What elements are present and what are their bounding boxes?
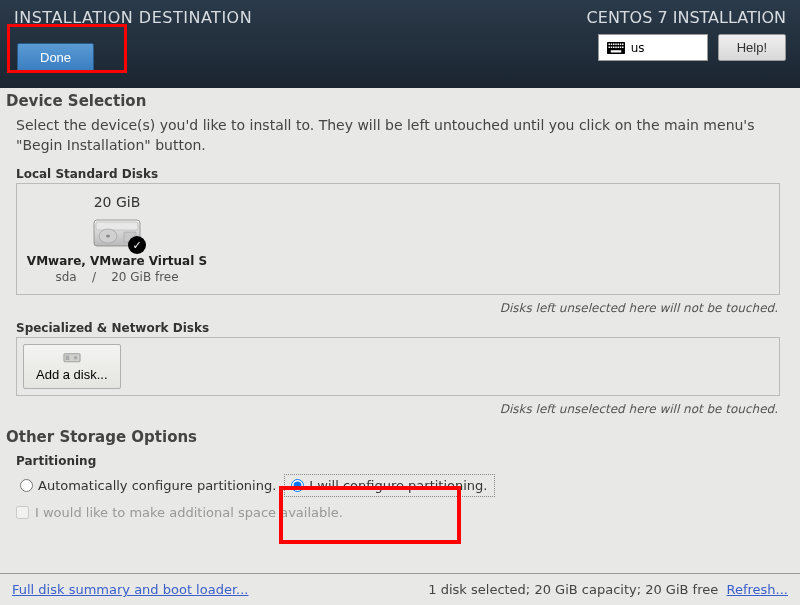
installer-title: CENTOS 7 INSTALLATION — [587, 8, 786, 27]
partitioning-label: Partitioning — [16, 450, 784, 470]
done-button[interactable]: Done — [17, 43, 94, 72]
svg-rect-22 — [65, 356, 69, 360]
add-disk-button[interactable]: Add a disk... — [23, 344, 121, 389]
radio-auto-input[interactable] — [20, 479, 33, 492]
checkbox-additional-label: I would like to make additional space av… — [35, 505, 343, 520]
svg-rect-9 — [610, 46, 612, 48]
refresh-link[interactable]: Refresh... — [727, 582, 789, 597]
device-selection-instruction: Select the device(s) you'd like to insta… — [6, 114, 790, 163]
svg-rect-5 — [617, 43, 619, 45]
svg-rect-13 — [619, 46, 621, 48]
footer-status: 1 disk selected; 20 GiB capacity; 20 GiB… — [428, 582, 788, 597]
svg-rect-11 — [615, 46, 617, 48]
disk-name: VMware, VMware Virtual S — [17, 254, 217, 268]
radio-manual-partition[interactable]: I will configure partitioning. — [284, 474, 494, 497]
keyboard-layout-label: us — [631, 41, 645, 55]
svg-point-23 — [74, 356, 78, 360]
help-button[interactable]: Help! — [718, 34, 786, 61]
other-storage-section: Other Storage Options Partitioning Autom… — [0, 418, 800, 520]
svg-point-19 — [106, 235, 110, 238]
top-right-controls: us Help! — [598, 34, 786, 61]
partition-options-row: Automatically configure partitioning. I … — [16, 470, 784, 501]
svg-rect-2 — [610, 43, 612, 45]
radio-manual-label: I will configure partitioning. — [309, 478, 487, 493]
keyboard-layout-selector[interactable]: us — [598, 34, 708, 61]
other-storage-title: Other Storage Options — [6, 428, 794, 446]
checkbox-additional-input[interactable] — [16, 506, 29, 519]
checkbox-additional-space[interactable]: I would like to make additional space av… — [16, 501, 784, 520]
svg-rect-10 — [613, 46, 615, 48]
add-disk-label: Add a disk... — [36, 367, 108, 382]
keyboard-icon — [607, 42, 625, 54]
local-disks-label: Local Standard Disks — [6, 163, 790, 183]
disk-details: sda / 20 GiB free — [17, 270, 217, 284]
svg-rect-7 — [622, 43, 624, 45]
disk-size: 20 GiB — [17, 194, 217, 210]
footer-status-text: 1 disk selected; 20 GiB capacity; 20 GiB… — [428, 582, 718, 597]
device-selection-title: Device Selection — [6, 92, 790, 110]
svg-rect-12 — [617, 46, 619, 48]
svg-rect-4 — [615, 43, 617, 45]
network-disks-hint: Disks left unselected here will not be t… — [6, 396, 790, 418]
svg-rect-6 — [619, 43, 621, 45]
radio-auto-label: Automatically configure partitioning. — [38, 478, 276, 493]
radio-manual-input[interactable] — [291, 479, 304, 492]
svg-rect-3 — [613, 43, 615, 45]
network-disks-label: Specialized & Network Disks — [6, 317, 790, 337]
svg-rect-1 — [608, 43, 610, 45]
svg-rect-15 — [610, 50, 621, 52]
check-icon — [128, 236, 146, 254]
svg-rect-14 — [622, 46, 624, 48]
disk-item[interactable]: 20 GiB VMware, VMwar — [17, 192, 217, 286]
hard-drive-icon — [92, 214, 142, 250]
main-content: Device Selection Select the device(s) yo… — [0, 88, 800, 418]
svg-rect-8 — [608, 46, 610, 48]
radio-auto-partition[interactable]: Automatically configure partitioning. — [16, 476, 280, 495]
add-disk-icon — [63, 351, 81, 365]
header-bar: INSTALLATION DESTINATION CENTOS 7 INSTAL… — [0, 0, 800, 88]
svg-rect-17 — [96, 222, 138, 230]
disk-summary-link[interactable]: Full disk summary and boot loader... — [12, 582, 248, 597]
local-disks-hint: Disks left unselected here will not be t… — [6, 295, 790, 317]
footer-bar: Full disk summary and boot loader... 1 d… — [0, 573, 800, 605]
network-disks-container: Add a disk... — [16, 337, 780, 396]
local-disks-container: 20 GiB VMware, VMwar — [16, 183, 780, 295]
